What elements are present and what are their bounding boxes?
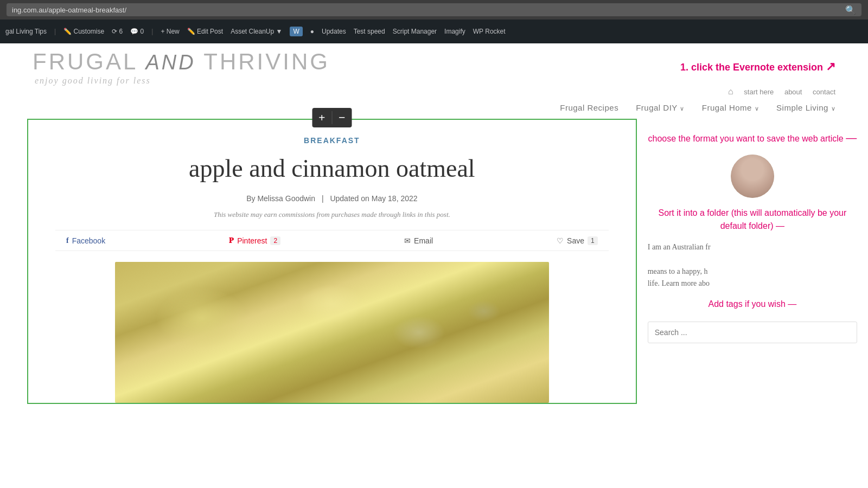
pinterest-icon: 𝐏 — [229, 236, 234, 245]
header-right: 1. click the Evernote extension ↗ ⌂ star… — [680, 49, 835, 97]
logo-and: and — [145, 51, 203, 74]
admin-dot: ● — [310, 28, 314, 35]
zoom-out-button[interactable]: − — [332, 108, 352, 127]
share-bar: f Facebook 𝐏 Pinterest 2 ✉ Email ♡ Save … — [55, 230, 609, 251]
admin-bar: gal Living Tips | ✏️ Customise ⟳ 6 💬 0 |… — [0, 20, 868, 43]
browser-search-icon: 🔍 — [845, 5, 856, 15]
pinterest-label: Pinterest — [237, 236, 267, 245]
url-bar[interactable]: ing.com.au/apple-oatmeal-breakfast/ 🔍 — [7, 3, 861, 16]
save-heart-icon: ♡ — [557, 236, 564, 245]
admin-wp-rocket[interactable]: WP Rocket — [473, 28, 506, 35]
article-container: + − BREAKFAST apple and cinnamon oatmeal… — [27, 119, 637, 404]
admin-new[interactable]: + New — [161, 28, 179, 35]
admin-updates-count[interactable]: ⟳ 6 — [112, 28, 123, 35]
search-input[interactable] — [655, 328, 850, 337]
admin-wordfence[interactable]: W — [290, 27, 302, 36]
admin-asset-cleanup[interactable]: Asset CleanUp ▼ — [231, 28, 282, 35]
admin-edit-post[interactable]: ✏️ Edit Post — [187, 28, 223, 35]
admin-customise[interactable]: ✏️ Customise — [63, 28, 104, 35]
nav-frugal-recipes[interactable]: Frugal Recipes — [560, 103, 618, 112]
nav-simple-living[interactable]: Simple Living ∨ — [776, 103, 835, 112]
admin-living-tips[interactable]: gal Living Tips — [5, 28, 47, 35]
save-count: 1 — [588, 236, 598, 245]
post-author: Melissa Goodwin — [257, 194, 315, 203]
zoom-controls: + − — [312, 108, 352, 127]
add-tags-annotation: Add tags if you wish — — [648, 298, 857, 311]
right-sidebar: choose the format you want to save the w… — [637, 119, 868, 404]
evernote-arrow-icon: ↗ — [826, 60, 835, 73]
site-header: FRUGAL and THRIVING enjoy good living fo… — [0, 43, 868, 97]
nav-start-here[interactable]: start here — [744, 88, 774, 96]
simple-living-dropdown-icon: ∨ — [831, 105, 836, 112]
admin-imagify[interactable]: Imagify — [444, 28, 465, 35]
post-category: BREAKFAST — [55, 136, 609, 145]
post-meta: By Melissa Goodwin | Updated on May 18, … — [55, 194, 609, 203]
add-tags-arrow-icon: — — [788, 299, 796, 309]
author-avatar — [731, 155, 774, 198]
url-text: ing.com.au/apple-oatmeal-breakfast/ — [12, 6, 126, 14]
share-pinterest-button[interactable]: 𝐏 Pinterest 2 — [229, 236, 280, 245]
sort-folder-arrow-icon: — — [776, 221, 784, 230]
sort-folder-annotation: Sort it into a folder (this will automat… — [648, 207, 857, 233]
logo-area: FRUGAL and THRIVING enjoy good living fo… — [33, 49, 330, 86]
admin-separator-1: | — [54, 28, 56, 35]
share-email-button[interactable]: ✉ Email — [404, 236, 433, 245]
nav-contact[interactable]: contact — [813, 88, 835, 96]
admin-test-speed[interactable]: Test speed — [354, 28, 385, 35]
logo-thriving: THRIVING — [203, 49, 330, 74]
admin-separator-2: | — [151, 28, 153, 35]
choose-format-arrow-icon: — — [846, 132, 857, 144]
main-nav: Frugal Recipes Frugal DIY ∨ Frugal Home … — [0, 97, 868, 119]
browser-bar: ing.com.au/apple-oatmeal-breakfast/ 🔍 — [0, 0, 868, 20]
nav-frugal-home[interactable]: Frugal Home ∨ — [702, 103, 759, 112]
admin-script-manager[interactable]: Script Manager — [393, 28, 437, 35]
post-image-content — [115, 262, 549, 403]
site-nav-top: ⌂ start here about contact — [680, 85, 835, 97]
post-disclaimer: This website may earn commissions from p… — [55, 210, 609, 219]
sidebar-bio-text: I am an Australian fr means to a happy, … — [648, 241, 857, 290]
evernote-annotation: 1. click the Evernote extension ↗ — [680, 49, 835, 74]
post-featured-image — [115, 262, 549, 403]
pinterest-count: 2 — [270, 236, 280, 245]
nav-frugal-diy[interactable]: Frugal DIY ∨ — [636, 103, 685, 112]
share-facebook-button[interactable]: f Facebook — [66, 236, 105, 245]
admin-updates[interactable]: Updates — [322, 28, 346, 35]
logo-main: FRUGAL and THRIVING — [33, 49, 330, 75]
choose-format-annotation: choose the format you want to save the w… — [648, 130, 857, 146]
post-updated-label: Updated on — [330, 194, 369, 203]
share-save-button[interactable]: ♡ Save 1 — [557, 236, 598, 245]
email-icon: ✉ — [404, 236, 411, 245]
save-label: Save — [567, 236, 584, 245]
logo-tagline: enjoy good living for less — [33, 76, 330, 86]
search-box[interactable] — [648, 322, 857, 343]
frugal-home-dropdown-icon: ∨ — [755, 105, 760, 112]
zoom-in-button[interactable]: + — [312, 108, 331, 127]
facebook-label: Facebook — [72, 236, 105, 245]
avatar-image — [731, 155, 774, 198]
admin-comments-count[interactable]: 💬 0 — [130, 28, 144, 35]
email-label: Email — [414, 236, 433, 245]
nav-about[interactable]: about — [784, 88, 802, 96]
content-wrapper: + − BREAKFAST apple and cinnamon oatmeal… — [0, 119, 868, 404]
post-title: apple and cinnamon oatmeal — [55, 153, 609, 183]
home-icon[interactable]: ⌂ — [728, 87, 733, 96]
frugal-diy-dropdown-icon: ∨ — [680, 105, 685, 112]
logo-frugal: FRUGAL — [33, 49, 137, 74]
post-date: May 18, 2022 — [372, 194, 418, 203]
facebook-icon: f — [66, 236, 69, 245]
